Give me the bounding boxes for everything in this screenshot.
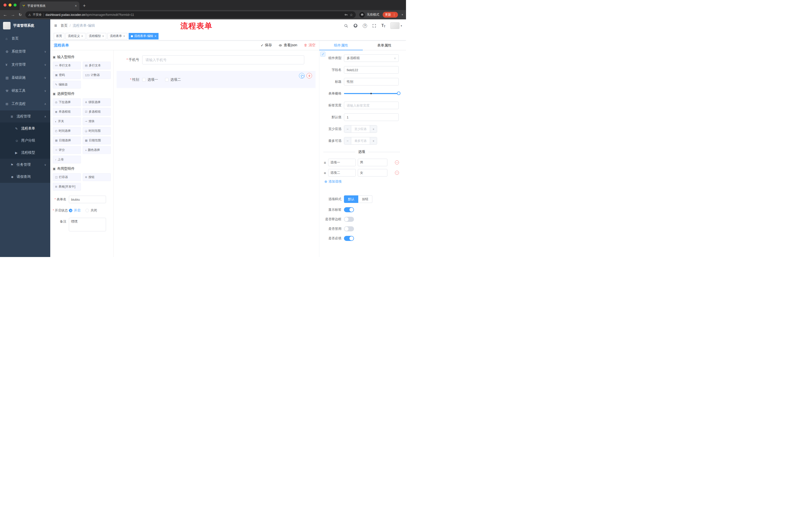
url-text[interactable]: dashboard.yudao.iocoder.cn/bpm/manager/f…: [46, 13, 343, 17]
security-label[interactable]: 不安全: [33, 12, 42, 17]
copy-component-button[interactable]: [299, 73, 304, 78]
search-icon[interactable]: [344, 24, 348, 28]
palette-item[interactable]: ⊸ 滑块: [83, 117, 111, 125]
palette-item[interactable]: ▩ 日期范围: [83, 137, 111, 144]
toggle-switch[interactable]: [344, 217, 354, 222]
window-zoom-button[interactable]: [13, 3, 17, 6]
tag-close-icon[interactable]: ×: [102, 34, 104, 38]
breadcrumb-home[interactable]: 首页: [61, 23, 67, 28]
menu-item[interactable]: ⚑ 任务管理 ∨: [0, 159, 50, 171]
toolbar-caret-icon[interactable]: ▾: [402, 13, 403, 16]
remove-option-button[interactable]: −: [395, 171, 399, 175]
back-button[interactable]: ←: [3, 12, 7, 17]
menu-item[interactable]: ⊞ 工作流程 ∧: [0, 97, 50, 110]
address-bar[interactable]: ⚠ 不安全 dashboard.yudao.iocoder.cn/bpm/man…: [25, 11, 356, 18]
menu-item[interactable]: ≣ 流程管理 ∧: [0, 110, 50, 123]
tab-close-icon[interactable]: ×: [75, 4, 77, 8]
remove-option-button[interactable]: −: [395, 160, 399, 164]
view-tag[interactable]: 首页 ×: [54, 33, 64, 39]
forward-button[interactable]: →: [11, 12, 15, 17]
drag-handle-icon[interactable]: ≡: [324, 160, 326, 165]
checkbox-option[interactable]: 选项一: [142, 77, 158, 82]
menu-item[interactable]: ☻ 请假查询: [0, 171, 50, 183]
palette-item[interactable]: 123 计数器: [83, 71, 111, 79]
palette-item[interactable]: ◴ 时间选择: [53, 127, 81, 135]
form-name-input[interactable]: [69, 196, 106, 203]
increase-button[interactable]: +: [370, 137, 377, 144]
menu-item[interactable]: ⚙ 系统管理 ∨: [0, 45, 50, 58]
palette-item[interactable]: ⊞ 表格[开发中]: [53, 183, 81, 191]
view-tag[interactable]: 流程定义 ×: [65, 33, 85, 39]
palette-item[interactable]: ◑ 颜色选择: [83, 146, 111, 154]
palette-item[interactable]: ↑ 上传: [53, 156, 81, 163]
status-on-radio[interactable]: 开启: [69, 208, 80, 213]
grid-slider[interactable]: [344, 90, 399, 97]
toggle-switch[interactable]: [344, 226, 354, 231]
field-name-input[interactable]: [344, 66, 399, 74]
bookmark-star-icon[interactable]: ☆: [350, 13, 353, 17]
option-value-input[interactable]: [358, 159, 387, 166]
decrease-button[interactable]: −: [344, 126, 351, 133]
new-tab-button[interactable]: +: [83, 3, 86, 8]
drag-handle-icon[interactable]: ≡: [324, 171, 326, 175]
toggle-switch[interactable]: [344, 207, 354, 212]
tag-close-icon[interactable]: ×: [154, 34, 156, 38]
font-size-icon[interactable]: TT: [381, 23, 385, 28]
menu-item[interactable]: ☺ 用户分组: [0, 135, 50, 146]
palette-item[interactable]: ◉ 单选框组: [53, 108, 81, 116]
view-json-button[interactable]: 查看json: [279, 43, 297, 48]
link-icon[interactable]: [320, 52, 325, 57]
palette-item[interactable]: ▦ 日期选择: [53, 137, 81, 144]
window-close-button[interactable]: [3, 3, 6, 6]
view-tag[interactable]: 流程模型 ×: [87, 33, 107, 39]
style-default-button[interactable]: 默认: [344, 195, 358, 203]
password-key-icon[interactable]: [344, 13, 348, 17]
min-select-input[interactable]: [351, 126, 370, 133]
decrease-button[interactable]: −: [344, 137, 351, 144]
menu-dots-icon[interactable]: ⋮: [393, 13, 396, 17]
tag-close-icon[interactable]: ×: [81, 34, 83, 38]
default-value-input[interactable]: [344, 113, 399, 121]
hamburger-icon[interactable]: ≡: [54, 23, 57, 28]
tag-close-icon[interactable]: ×: [123, 34, 125, 38]
option-value-input[interactable]: [358, 169, 387, 177]
add-option-button[interactable]: ⊕ 添加选项: [321, 179, 403, 184]
reload-button[interactable]: ↻: [19, 12, 22, 17]
palette-item[interactable]: ⊕ 按钮: [83, 173, 111, 181]
save-button[interactable]: ✓ 保存: [261, 43, 272, 48]
slider-handle[interactable]: [397, 91, 401, 95]
palette-item[interactable]: ◐ 开关: [53, 117, 81, 125]
tab-component-props[interactable]: 组件属性: [319, 40, 363, 50]
palette-item[interactable]: ▤ 多行文本: [83, 62, 111, 70]
title-input[interactable]: [344, 78, 399, 85]
palette-item[interactable]: ☆ 评分: [53, 146, 81, 154]
menu-item[interactable]: ▤ 基础设施 ∨: [0, 71, 50, 84]
view-tag[interactable]: 流程表单 ×: [108, 33, 127, 39]
palette-item[interactable]: ◶ 时间范围: [83, 127, 111, 135]
window-minimize-button[interactable]: [8, 3, 11, 6]
component-type-select[interactable]: 多选框组 ∨: [344, 54, 399, 62]
menu-item[interactable]: ▶ 流程模型: [0, 146, 50, 159]
remark-textarea[interactable]: 嘿嘿: [69, 218, 106, 231]
palette-item[interactable]: ▣ 密码: [53, 71, 81, 79]
menu-item[interactable]: ⌂ 首页: [0, 32, 50, 45]
tab-form-props[interactable]: 表单属性: [363, 40, 406, 50]
menu-item[interactable]: ¥ 支付管理 ∨: [0, 58, 50, 71]
browser-tab[interactable]: 芋道管理系统 ×: [20, 1, 79, 10]
update-button[interactable]: 更新 ⋮: [383, 12, 398, 18]
user-avatar[interactable]: ▾: [390, 22, 402, 29]
status-off-radio[interactable]: 关闭: [85, 208, 97, 213]
increase-button[interactable]: +: [370, 126, 377, 133]
palette-item[interactable]: ◎ 下拉选择: [53, 98, 81, 106]
palette-item[interactable]: ◫ 行容器: [53, 173, 81, 181]
label-width-input[interactable]: [344, 102, 399, 109]
clear-button[interactable]: 清空: [304, 43, 316, 48]
phone-field-row[interactable]: 手机号: [117, 55, 316, 64]
github-icon[interactable]: [353, 23, 358, 28]
gender-field-row-selected[interactable]: 性别 选项一: [117, 71, 316, 88]
menu-item[interactable]: ✎ 流程表单: [0, 123, 50, 135]
sidebar-logo[interactable]: 芋道管理系统: [0, 19, 50, 32]
palette-item[interactable]: ☑ 多选框组: [83, 108, 111, 116]
view-tag[interactable]: 流程表单-编辑 ×: [128, 33, 159, 39]
palette-item[interactable]: ✎ 编辑器: [53, 81, 81, 88]
